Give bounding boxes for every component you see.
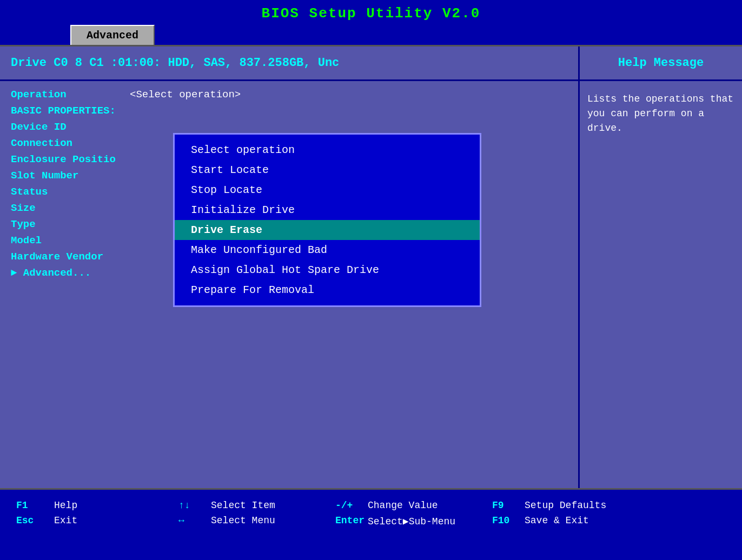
change-value-desc: Change Value [368, 500, 492, 511]
f1-key: F1 [16, 500, 54, 511]
updown-icon: ↑↓ [178, 500, 211, 511]
footer-row-1: F1 Help ↑↓ Select Item -/+ Change Value … [16, 500, 726, 511]
menu-item-stop-locate[interactable]: Stop Locate [175, 180, 480, 200]
menu-item-select-operation[interactable]: Select operation [175, 140, 480, 160]
device-id-label: Device ID [11, 121, 130, 133]
model-label: Model [11, 235, 130, 246]
title-bar: BIOS Setup Utility V2.0 [0, 0, 742, 25]
slot-number-label: Slot Number [11, 170, 130, 182]
esc-desc: Exit [54, 515, 178, 527]
f10-key: F10 [492, 515, 525, 527]
basic-properties-label: BASIC PROPERTIES: [11, 105, 130, 117]
menu-item-start-locate[interactable]: Start Locate [175, 160, 480, 180]
change-sep: -/+ [335, 500, 368, 511]
advanced-tab[interactable]: Advanced [70, 25, 155, 45]
menu-item-make-unconfigured-bad[interactable]: Make Unconfigured Bad [175, 240, 480, 260]
connection-label: Connection [11, 137, 130, 149]
f9-desc: Setup Defaults [525, 500, 606, 511]
operation-label: Operation [11, 89, 130, 101]
leftright-icon: ↔ [178, 515, 211, 527]
enclosure-label: Enclosure Positio [11, 154, 130, 165]
menu-item-drive-erase[interactable]: Drive Erase [175, 220, 480, 240]
help-content: Lists the operations that you can perfor… [580, 81, 742, 146]
type-label: Type [11, 218, 130, 230]
drive-info: Drive C0 8 C1 :01:00: HDD, SAS, 837.258G… [0, 46, 578, 81]
f10-desc: Save & Exit [525, 515, 589, 527]
size-label: Size [11, 202, 130, 214]
select-menu-desc: Select Menu [211, 515, 335, 527]
footer: F1 Help ↑↓ Select Item -/+ Change Value … [0, 488, 742, 537]
basic-properties-section: BASIC PROPERTIES: [11, 105, 567, 117]
status-label: Status [11, 186, 130, 198]
bios-title: BIOS Setup Utility V2.0 [262, 5, 481, 22]
left-panel: Drive C0 8 C1 :01:00: HDD, SAS, 837.258G… [0, 46, 580, 488]
submenu-desc: Select▶Sub-Menu [368, 515, 492, 527]
menu-item-assign-hot-spare[interactable]: Assign Global Hot Spare Drive [175, 260, 480, 280]
advanced-label[interactable]: ► Advanced... [11, 267, 91, 279]
menu-item-prepare-for-removal[interactable]: Prepare For Removal [175, 280, 480, 300]
footer-row-2: Esc Exit ↔ Select Menu Enter Select▶Sub-… [16, 515, 726, 527]
menu-item-initialize-drive[interactable]: Initialize Drive [175, 200, 480, 220]
enter-key: Enter [335, 515, 368, 527]
dropdown-menu: Select operation Start Locate Stop Locat… [173, 133, 481, 307]
select-item-desc: Select Item [211, 500, 335, 511]
operation-row: Operation <Select operation> [11, 89, 567, 101]
esc-key: Esc [16, 515, 54, 527]
operation-value: <Select operation> [130, 89, 241, 101]
tab-row: Advanced [0, 25, 742, 45]
right-panel: Help Message Lists the operations that y… [580, 46, 742, 488]
device-id-row: Device ID [11, 121, 567, 133]
main-area: Drive C0 8 C1 :01:00: HDD, SAS, 837.258G… [0, 45, 742, 488]
help-header: Help Message [580, 46, 742, 81]
f9-key: F9 [492, 500, 525, 511]
hardware-vendor-label: Hardware Vendor [11, 251, 130, 263]
f1-desc: Help [54, 500, 178, 511]
